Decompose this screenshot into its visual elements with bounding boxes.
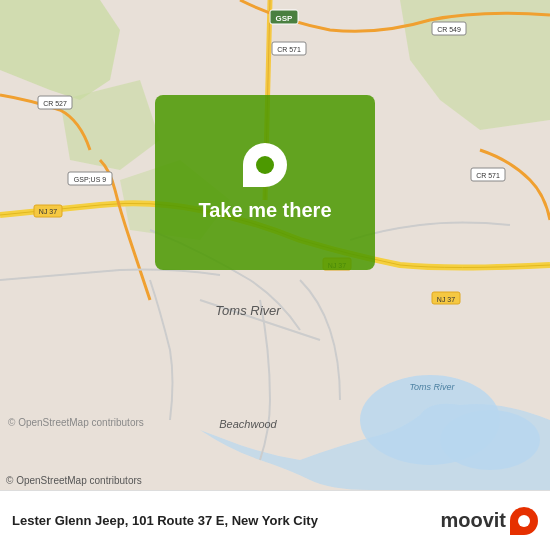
- svg-text:NJ 37: NJ 37: [437, 296, 455, 303]
- svg-text:NJ 37: NJ 37: [39, 208, 57, 215]
- svg-text:CR 549: CR 549: [437, 26, 461, 33]
- svg-text:CR 571: CR 571: [277, 46, 301, 53]
- moovit-pin-icon: [510, 507, 538, 535]
- moovit-pin-wrapper: [504, 501, 544, 541]
- info-bar: Lester Glenn Jeep, 101 Route 37 E, New Y…: [0, 490, 550, 550]
- map-container: GSP CR 571 CR 527 CR 549 CR 571 GSP;US 9…: [0, 0, 550, 490]
- svg-text:GSP;US 9: GSP;US 9: [74, 176, 106, 183]
- map-attribution: © OpenStreetMap contributors: [8, 417, 144, 428]
- location-name: Lester Glenn Jeep, 101 Route 37 E, New Y…: [12, 513, 318, 528]
- svg-text:Toms River: Toms River: [215, 303, 281, 318]
- svg-text:Toms River: Toms River: [409, 382, 455, 392]
- moovit-text: moovit: [440, 509, 506, 532]
- svg-text:CR 527: CR 527: [43, 100, 67, 107]
- take-me-there-label[interactable]: Take me there: [198, 199, 331, 222]
- moovit-logo[interactable]: moovit: [440, 507, 538, 535]
- svg-text:GSP: GSP: [276, 14, 294, 23]
- location-info: Lester Glenn Jeep, 101 Route 37 E, New Y…: [12, 513, 318, 528]
- svg-text:CR 571: CR 571: [476, 172, 500, 179]
- location-highlight-box[interactable]: Take me there: [155, 95, 375, 270]
- osm-attribution: © OpenStreetMap contributors: [6, 475, 142, 486]
- location-pin: [234, 134, 296, 196]
- svg-text:Beachwood: Beachwood: [219, 418, 277, 430]
